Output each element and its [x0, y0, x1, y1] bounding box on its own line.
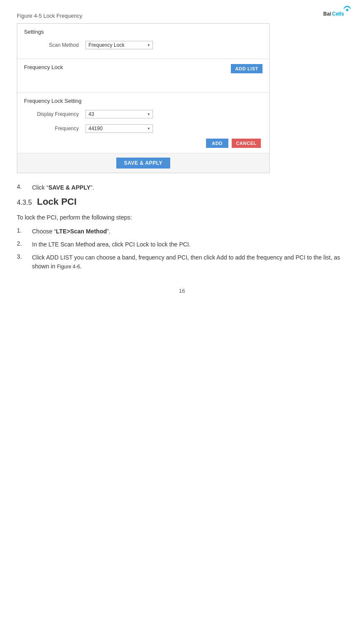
baicells-logo: Bai Cells	[322, 4, 356, 21]
frequency-row: Frequency 44190	[24, 123, 262, 134]
display-frequency-row: Display Frequency 43	[24, 108, 262, 120]
scan-method-select-wrapper[interactable]: Frequency Lock	[86, 41, 153, 49]
display-frequency-select[interactable]: 43	[86, 110, 153, 118]
step-4: 4. Click “SAVE & APPLY”.	[17, 183, 347, 192]
step-2: 2. In the LTE Scan Method area, click PC…	[17, 240, 347, 249]
settings-title: Settings	[24, 29, 262, 35]
scan-method-label: Scan Method	[24, 42, 79, 48]
action-btn-row: ADD CANCEL	[24, 139, 261, 148]
settings-section: Settings Scan Method Frequency Lock	[17, 24, 269, 59]
svg-text:Bai: Bai	[323, 11, 331, 17]
freq-lock-header: Frequency Lock ADD LIST	[24, 64, 262, 75]
screenshot-box: Settings Scan Method Frequency Lock Freq…	[17, 23, 270, 173]
step-4-bold: SAVE & APPLY	[48, 184, 91, 191]
section-number: 4.3.5	[17, 199, 32, 206]
figure-caption: Figure 4-5 Lock Frequency	[17, 13, 347, 19]
freq-setting-title: Frequency Lock Setting	[24, 98, 262, 104]
frequency-select-wrapper[interactable]: 44190	[86, 124, 153, 133]
step-2-text: In the LTE Scan Method area, click PCI L…	[32, 240, 190, 249]
svg-text:Cells: Cells	[332, 11, 344, 17]
display-frequency-label: Display Frequency	[24, 111, 79, 117]
step-3-number: 3.	[17, 253, 32, 271]
svg-point-0	[346, 9, 348, 11]
logo-container: Bai Cells	[322, 4, 356, 22]
step-3-text-end: .	[80, 263, 82, 270]
step-4-text: Click “SAVE & APPLY”.	[32, 183, 94, 192]
add-list-button[interactable]: ADD LIST	[231, 64, 262, 73]
save-apply-button[interactable]: SAVE & APPLY	[116, 158, 170, 169]
frequency-lock-setting-section: Frequency Lock Setting Display Frequency…	[17, 93, 269, 153]
page-number: 16	[17, 288, 347, 294]
save-footer: SAVE & APPLY	[17, 153, 269, 173]
intro-paragraph: To lock the PCI, perform the following s…	[17, 213, 347, 222]
freq-lock-title: Frequency Lock	[24, 64, 63, 70]
step-2-number: 2.	[17, 240, 32, 249]
step-1-number: 1.	[17, 227, 32, 236]
display-frequency-select-wrapper[interactable]: 43	[86, 110, 153, 118]
frequency-lock-section: Frequency Lock ADD LIST	[17, 59, 269, 93]
scan-method-select[interactable]: Frequency Lock	[86, 41, 153, 49]
frequency-select[interactable]: 44190	[86, 124, 153, 133]
step-1-bold: LTE>Scan Method	[56, 228, 107, 235]
step-3-inline-ref: Figure 4-6	[57, 264, 80, 270]
step-3: 3. Click ADD LIST you can choose a band,…	[17, 253, 347, 271]
step-4-number: 4.	[17, 183, 32, 192]
cancel-button[interactable]: CANCEL	[232, 139, 261, 148]
add-button[interactable]: ADD	[206, 139, 228, 148]
step-1: 1. Choose “LTE>Scan Method”.	[17, 227, 347, 236]
section-heading: 4.3.5 Lock PCI	[17, 196, 347, 207]
scan-method-row: Scan Method Frequency Lock	[24, 39, 262, 51]
section-title: Lock PCI	[37, 196, 77, 207]
step-3-text: Click ADD LIST you can choose a band, fr…	[32, 253, 347, 271]
step-1-text: Choose “LTE>Scan Method”.	[32, 227, 110, 236]
frequency-label: Frequency	[24, 126, 79, 131]
